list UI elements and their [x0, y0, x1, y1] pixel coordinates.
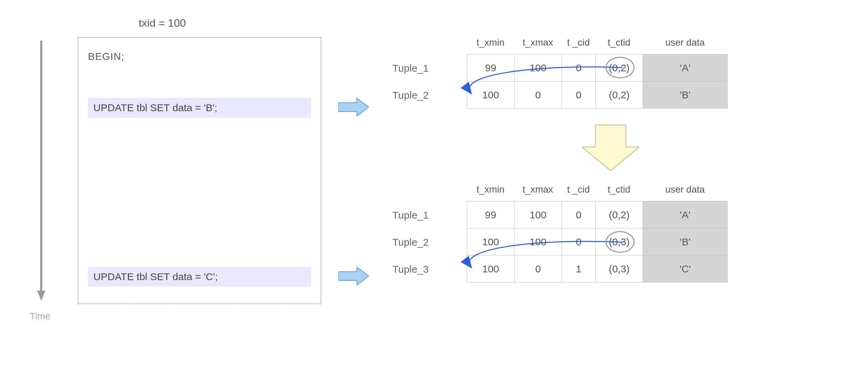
tuple-label: Tuple_3	[392, 264, 429, 275]
table-headers: t_xmin t_xmax t _cid t_ctid user data	[467, 184, 727, 195]
header-cid: t _cid	[562, 184, 595, 195]
table-cell: (0,2)	[596, 54, 643, 81]
header-data: user data	[643, 37, 727, 48]
table-cell: 100	[515, 228, 562, 255]
tuple-label: Tuple_2	[392, 90, 429, 101]
update-statement-1: UPDATE tbl SET data = 'B';	[88, 98, 311, 118]
table-row: 10001(0,3)'C'	[467, 255, 728, 282]
table-cell: (0,2)	[596, 81, 643, 108]
table-cell: 0	[562, 81, 596, 108]
header-ctid: t_ctid	[595, 184, 643, 195]
table-cell: 100	[515, 201, 562, 228]
tuple-label: Tuple_2	[392, 237, 429, 248]
tuple-label: Tuple_1	[392, 63, 429, 74]
table-cell: 'A'	[643, 54, 728, 81]
table-row: 10000(0,2)'B'	[467, 81, 728, 108]
flow-arrow-2	[338, 267, 369, 285]
down-arrow-icon	[582, 122, 639, 175]
table-cell: (0,2)	[596, 201, 643, 228]
timeline-arrow	[41, 41, 42, 294]
table-cell: 0	[562, 201, 596, 228]
tuple-table-1: t_xmin t_xmax t _cid t_ctid user data 99…	[467, 54, 728, 108]
table-cell: 'B'	[643, 228, 728, 255]
table-cell: 0	[515, 255, 562, 282]
header-data: user data	[643, 184, 727, 195]
update-statement-2: UPDATE tbl SET data = 'C';	[88, 267, 311, 287]
table-row: 1001000(0,3)'B'	[467, 228, 728, 255]
table-cell: (0,3)	[596, 255, 643, 282]
svg-marker-1	[37, 291, 45, 301]
table-cell: 'B'	[643, 81, 728, 108]
table-cell: (0,3)	[596, 228, 643, 255]
table-cell: 0	[562, 54, 596, 81]
transaction-box	[78, 37, 321, 304]
table-row: 991000(0,2)'A'	[467, 54, 728, 81]
table-cell: 100	[467, 228, 515, 255]
svg-marker-3	[338, 267, 369, 285]
svg-marker-4	[582, 125, 639, 171]
table-headers: t_xmin t_xmax t _cid t_ctid user data	[467, 37, 727, 48]
header-ctid: t_ctid	[595, 37, 643, 48]
svg-marker-2	[338, 98, 369, 116]
flow-arrow-1	[338, 98, 369, 116]
header-xmax: t_xmax	[514, 184, 562, 195]
table-row: 991000(0,2)'A'	[467, 201, 728, 228]
txid-label: txid = 100	[139, 17, 186, 29]
table-cell: 100	[467, 81, 515, 108]
table-cell: 0	[515, 81, 562, 108]
header-cid: t _cid	[562, 37, 595, 48]
table-cell: 'C'	[643, 255, 728, 282]
table-cell: 99	[467, 54, 515, 81]
header-xmax: t_xmax	[514, 37, 562, 48]
table-cell: 100	[467, 255, 515, 282]
table-cell: 1	[562, 255, 596, 282]
tuple-label: Tuple_1	[392, 210, 429, 221]
begin-statement: BEGIN;	[88, 51, 124, 62]
table-cell: 'A'	[643, 201, 728, 228]
header-xmin: t_xmin	[467, 184, 514, 195]
time-label: Time	[30, 311, 50, 322]
tuple-table-2: t_xmin t_xmax t _cid t_ctid user data 99…	[467, 201, 728, 282]
table-cell: 99	[467, 201, 515, 228]
table-cell: 0	[562, 228, 596, 255]
table-cell: 100	[515, 54, 562, 81]
header-xmin: t_xmin	[467, 37, 514, 48]
